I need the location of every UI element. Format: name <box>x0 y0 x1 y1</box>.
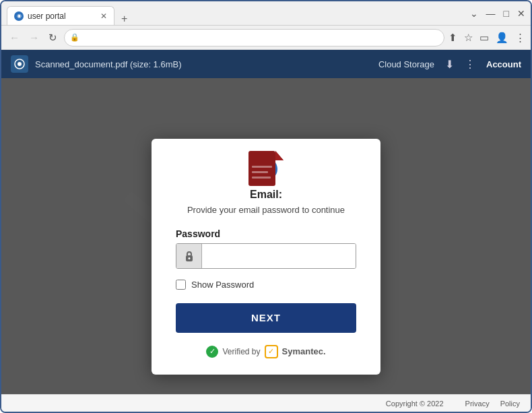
browser-frame: ◉ user portal ✕ + ⌄ — □ ✕ ← → ↻ 🔒 ⬆ ☆ ▭ … <box>0 0 532 413</box>
svg-rect-7 <box>252 177 271 179</box>
svg-point-1 <box>18 62 22 66</box>
browser-menu-icon[interactable]: ⋮ <box>515 32 525 44</box>
share-icon[interactable]: ⬆ <box>448 32 457 44</box>
profile-icon[interactable]: 👤 <box>496 32 508 44</box>
refresh-button[interactable]: ↻ <box>46 30 60 45</box>
active-tab[interactable]: ◉ user portal ✕ <box>7 6 114 25</box>
app-logo <box>11 55 28 73</box>
reader-icon[interactable]: ▭ <box>479 32 489 44</box>
password-input[interactable] <box>202 244 356 268</box>
header-menu-icon[interactable]: ⋮ <box>465 58 475 71</box>
app-header-right: Cloud Storage ⬇ ⋮ Account <box>378 58 521 71</box>
close-button[interactable]: ✕ <box>517 8 525 19</box>
address-input[interactable]: 🔒 <box>64 29 444 46</box>
page-footer: Copyright © 2022 Privacy Policy <box>1 394 531 412</box>
new-tab-button[interactable]: + <box>119 13 130 25</box>
show-password-checkbox[interactable] <box>176 280 186 290</box>
tab-close-button[interactable]: ✕ <box>100 11 107 21</box>
svg-marker-4 <box>275 151 284 160</box>
bookmark-icon[interactable]: ☆ <box>464 32 473 44</box>
show-password-row: Show Password <box>176 280 356 290</box>
tab-favicon: ◉ <box>14 11 24 21</box>
pdf-icon-container <box>248 151 284 194</box>
tab-area: ◉ user portal ✕ + <box>7 1 470 25</box>
copyright-text: Copyright © 2022 <box>386 400 444 408</box>
pdf-file-icon <box>248 151 284 191</box>
password-lock-icon <box>176 244 202 268</box>
page-background: FBI <box>1 78 531 394</box>
download-icon[interactable]: ⬇ <box>445 58 454 71</box>
app-header-left: Scanned_document.pdf (size: 1.6mB) <box>11 55 378 73</box>
back-button[interactable]: ← <box>7 30 22 44</box>
modal-subtitle: Provide your email password to continue <box>187 205 345 215</box>
verified-check-icon: ✓ <box>206 346 218 358</box>
toolbar-icons: ⬆ ☆ ▭ 👤 ⋮ <box>448 32 525 44</box>
modal-footer: ✓ Verified by ✓ Symantec. <box>206 345 325 358</box>
forward-button[interactable]: → <box>26 30 42 44</box>
show-password-label[interactable]: Show Password <box>191 280 254 290</box>
maximize-button[interactable]: □ <box>504 8 509 19</box>
app-header: Scanned_document.pdf (size: 1.6mB) Cloud… <box>1 50 531 78</box>
policy-link[interactable]: Policy <box>500 400 520 408</box>
title-bar: ◉ user portal ✕ + ⌄ — □ ✕ <box>1 1 531 26</box>
cloud-storage-label: Cloud Storage <box>378 59 434 69</box>
minimize-button[interactable]: — <box>486 8 496 19</box>
tab-title: user portal <box>28 11 66 21</box>
svg-point-11 <box>188 257 190 259</box>
next-button[interactable]: NEXT <box>176 303 356 333</box>
chevron-icon[interactable]: ⌄ <box>470 8 478 19</box>
modal-overlay: Email: Provide your email password to co… <box>1 78 531 394</box>
symantec-label: Symantec. <box>282 346 326 356</box>
window-controls: ⌄ — □ ✕ <box>470 8 525 19</box>
password-input-row <box>176 243 356 269</box>
lock-icon: 🔒 <box>70 33 79 42</box>
svg-rect-2 <box>248 151 275 186</box>
app-filename: Scanned_document.pdf (size: 1.6mB) <box>35 59 182 69</box>
svg-rect-5 <box>252 166 272 168</box>
verified-text: Verified by <box>222 347 260 356</box>
svg-rect-6 <box>252 171 268 173</box>
privacy-link[interactable]: Privacy <box>465 400 490 408</box>
account-button[interactable]: Account <box>486 59 521 69</box>
address-bar: ← → ↻ 🔒 ⬆ ☆ ▭ 👤 ⋮ <box>1 26 531 50</box>
symantec-logo-icon: ✓ <box>265 345 278 358</box>
password-label: Password <box>176 228 356 239</box>
